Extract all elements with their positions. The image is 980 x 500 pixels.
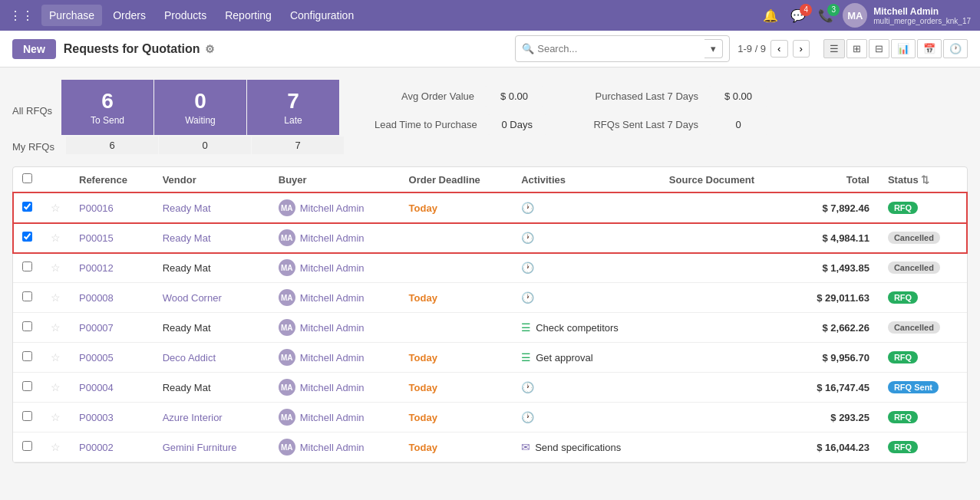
row-checkbox-cell[interactable] bbox=[13, 403, 41, 433]
buyer-link[interactable]: Mitchell Admin bbox=[300, 352, 365, 363]
reference-link[interactable]: P00002 bbox=[79, 442, 114, 453]
buyer-link[interactable]: Mitchell Admin bbox=[300, 322, 365, 334]
activity-icon[interactable]: 🔔 bbox=[760, 5, 781, 26]
messages-icon[interactable]: 💬 4 bbox=[787, 5, 809, 26]
filter-icon[interactable]: ⇅ bbox=[921, 174, 929, 186]
star-cell[interactable]: ☆ bbox=[41, 253, 70, 283]
row-checkbox-cell[interactable] bbox=[13, 192, 41, 223]
new-button[interactable]: New bbox=[12, 39, 56, 59]
waiting-card[interactable]: 0 Waiting bbox=[154, 80, 246, 135]
row-checkbox-cell[interactable] bbox=[13, 223, 41, 253]
buyer-link[interactable]: Mitchell Admin bbox=[300, 292, 365, 304]
row-checkbox-cell[interactable] bbox=[13, 313, 41, 343]
activity-view-button[interactable]: 🕐 bbox=[943, 39, 968, 58]
reference-cell[interactable]: P00002 bbox=[70, 433, 153, 462]
row-checkbox[interactable] bbox=[22, 441, 32, 451]
activity-cell[interactable]: 🕐 bbox=[512, 373, 660, 403]
reference-link[interactable]: P00003 bbox=[79, 412, 114, 423]
pivot-view-button[interactable]: ⊟ bbox=[869, 39, 889, 58]
star-cell[interactable]: ☆ bbox=[41, 403, 70, 433]
reference-link[interactable]: P00005 bbox=[79, 352, 114, 363]
activity-cell[interactable]: 🕐 bbox=[512, 223, 660, 253]
row-checkbox-cell[interactable] bbox=[13, 373, 41, 403]
activity-cell[interactable]: ✉ Send specifications bbox=[512, 433, 660, 462]
nav-purchase[interactable]: Purchase bbox=[41, 5, 102, 26]
search-dropdown-btn[interactable]: ▾ bbox=[704, 39, 723, 58]
star-icon[interactable]: ☆ bbox=[51, 232, 61, 244]
my-rfqs-waiting[interactable]: 0 bbox=[159, 137, 251, 154]
reference-cell[interactable]: P00007 bbox=[70, 313, 153, 343]
reference-cell[interactable]: P00015 bbox=[70, 223, 153, 253]
kanban-view-button[interactable]: ⊞ bbox=[846, 39, 867, 58]
reference-cell[interactable]: P00016 bbox=[70, 192, 153, 223]
next-page-button[interactable]: › bbox=[793, 40, 810, 58]
row-checkbox[interactable] bbox=[22, 262, 32, 271]
row-checkbox-cell[interactable] bbox=[13, 283, 41, 313]
activity-cell[interactable]: ☰ Get approval bbox=[512, 343, 660, 373]
row-checkbox[interactable] bbox=[22, 291, 32, 301]
select-all-header[interactable] bbox=[13, 167, 41, 192]
activity-cell[interactable]: 🕐 bbox=[512, 283, 660, 313]
star-icon[interactable]: ☆ bbox=[51, 202, 61, 214]
reference-cell[interactable]: P00003 bbox=[70, 403, 153, 433]
reference-link[interactable]: P00012 bbox=[79, 262, 114, 274]
late-card[interactable]: 7 Late bbox=[247, 80, 339, 135]
avatar[interactable]: MA bbox=[843, 3, 867, 28]
my-rfqs-to-send[interactable]: 6 bbox=[66, 137, 158, 154]
nav-products[interactable]: Products bbox=[157, 5, 214, 26]
star-icon[interactable]: ☆ bbox=[51, 321, 61, 334]
buyer-link[interactable]: Mitchell Admin bbox=[300, 382, 365, 393]
vendor-link[interactable]: Azure Interior bbox=[163, 412, 223, 423]
reference-cell[interactable]: P00012 bbox=[70, 253, 153, 283]
buyer-link[interactable]: Mitchell Admin bbox=[300, 202, 365, 214]
list-view-button[interactable]: ☰ bbox=[823, 39, 845, 58]
vendor-link[interactable]: Ready Mat bbox=[163, 202, 211, 214]
activity-cell[interactable]: 🕐 bbox=[512, 192, 660, 223]
select-all-checkbox[interactable] bbox=[22, 173, 32, 183]
prev-page-button[interactable]: ‹ bbox=[770, 40, 787, 58]
status-header[interactable]: Status ⇅ bbox=[879, 167, 967, 192]
buyer-link[interactable]: Mitchell Admin bbox=[300, 262, 365, 274]
vendor-header[interactable]: Vendor bbox=[153, 167, 269, 192]
activities-header[interactable]: Activities bbox=[512, 167, 660, 192]
star-cell[interactable]: ☆ bbox=[41, 433, 70, 462]
calendar-view-button[interactable]: 📅 bbox=[917, 39, 942, 58]
deadline-header[interactable]: Order Deadline bbox=[400, 167, 513, 192]
activity-cell[interactable]: ☰ Check competitors bbox=[512, 313, 660, 343]
row-checkbox-cell[interactable] bbox=[13, 253, 41, 283]
reference-header[interactable]: Reference bbox=[70, 167, 153, 192]
row-checkbox[interactable] bbox=[22, 321, 32, 331]
buyer-header[interactable]: Buyer bbox=[269, 167, 400, 192]
reference-link[interactable]: P00008 bbox=[79, 292, 114, 304]
buyer-link[interactable]: Mitchell Admin bbox=[300, 442, 365, 453]
nav-reporting[interactable]: Reporting bbox=[217, 5, 279, 26]
row-checkbox[interactable] bbox=[22, 411, 32, 421]
activity-cell[interactable]: 🕐 bbox=[512, 403, 660, 433]
app-grid-icon[interactable]: ⋮⋮ bbox=[9, 8, 34, 23]
buyer-link[interactable]: Mitchell Admin bbox=[300, 412, 365, 423]
row-checkbox[interactable] bbox=[22, 202, 32, 212]
total-header[interactable]: Total bbox=[790, 167, 879, 192]
settings-icon[interactable]: ⚙ bbox=[205, 43, 215, 55]
row-checkbox[interactable] bbox=[22, 351, 32, 361]
nav-orders[interactable]: Orders bbox=[105, 5, 153, 26]
reference-link[interactable]: P00015 bbox=[79, 232, 114, 244]
activity-cell[interactable]: 🕐 bbox=[512, 253, 660, 283]
search-input[interactable] bbox=[537, 43, 704, 54]
reference-link[interactable]: P00004 bbox=[79, 382, 114, 393]
reference-cell[interactable]: P00008 bbox=[70, 283, 153, 313]
star-icon[interactable]: ☆ bbox=[51, 291, 61, 304]
reference-link[interactable]: P00016 bbox=[79, 202, 114, 214]
star-icon[interactable]: ☆ bbox=[51, 351, 61, 363]
reference-cell[interactable]: P00005 bbox=[70, 343, 153, 373]
star-cell[interactable]: ☆ bbox=[41, 283, 70, 313]
star-icon[interactable]: ☆ bbox=[51, 381, 61, 393]
row-checkbox[interactable] bbox=[22, 232, 32, 242]
star-cell[interactable]: ☆ bbox=[41, 343, 70, 373]
row-checkbox-cell[interactable] bbox=[13, 343, 41, 373]
star-icon[interactable]: ☆ bbox=[51, 262, 61, 274]
source-header[interactable]: Source Document bbox=[660, 167, 790, 192]
user-info[interactable]: Mitchell Admin multi_merge_orders_knk_17 bbox=[873, 6, 971, 25]
star-cell[interactable]: ☆ bbox=[41, 192, 70, 223]
star-cell[interactable]: ☆ bbox=[41, 313, 70, 343]
